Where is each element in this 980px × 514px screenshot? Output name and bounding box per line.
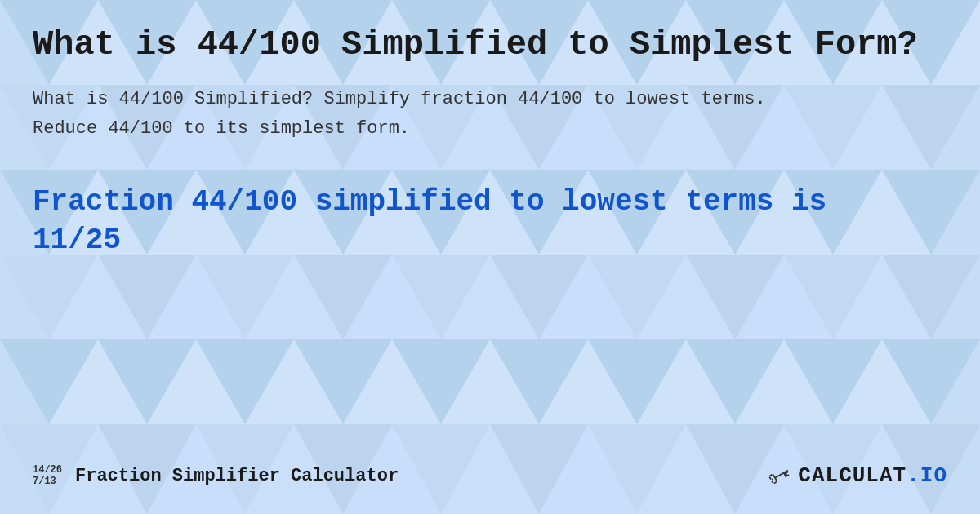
- key-icon: 🗝: [764, 458, 797, 493]
- result-text: Fraction 44/100 simplified to lowest ter…: [33, 184, 890, 260]
- footer: 14/26 7/13 Fraction Simplifier Calculato…: [33, 462, 947, 498]
- footer-fractions: 14/26 7/13: [33, 464, 62, 488]
- page-description: What is 44/100 Simplified? Simplify frac…: [33, 85, 768, 142]
- page-title: What is 44/100 Simplified to Simplest Fo…: [33, 24, 931, 65]
- footer-fraction-1: 14/26: [33, 464, 62, 476]
- result-section: Fraction 44/100 simplified to lowest ter…: [33, 184, 947, 260]
- footer-logo: 🗝 CALCULAT.IO: [768, 462, 947, 490]
- footer-site-title: Fraction Simplifier Calculator: [75, 466, 399, 486]
- main-content: What is 44/100 Simplified to Simplest Fo…: [0, 0, 980, 514]
- logo-text: CALCULAT.IO: [798, 463, 947, 488]
- footer-fraction-2: 7/13: [33, 476, 62, 487]
- logo-dot-io: .IO: [906, 463, 947, 488]
